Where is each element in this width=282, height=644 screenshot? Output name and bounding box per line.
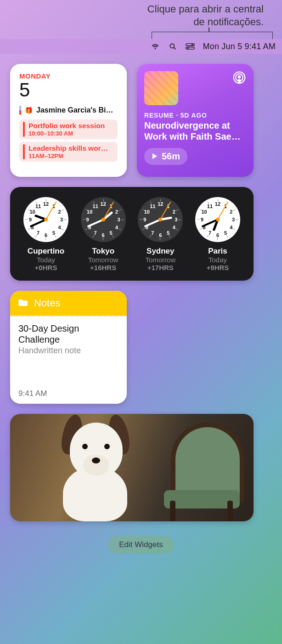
play-icon [152,151,158,162]
calendar-widget[interactable]: MONDAY 5 🎁 Jasmine Garcia's Bi… Portfoli… [10,64,127,177]
notes-widget[interactable]: Notes 30-Day Design Challenge Handwritte… [10,291,127,404]
notes-header: Notes [10,291,127,316]
calendar-event-title: Portfolio work session [28,122,105,130]
calendar-event-bar [23,144,25,159]
clock-paris: 121234567891011ParisToday+9HRS [190,197,245,271]
photos-widget[interactable] [10,414,254,521]
help-callout-line2: de notificações. [69,16,264,28]
podcast-title: Neurodivergence at Work with Faith Sae… [144,120,246,142]
clock-day: Tomorrow [145,256,175,264]
folder-icon [18,298,28,308]
help-callout: Clique para abrir a central de notificaç… [0,0,282,31]
calendar-allday-indicator [19,106,21,115]
birthday-icon: 🎁 [25,107,33,114]
clock-offset: +16HRS [90,264,116,271]
podcasts-icon [232,71,246,87]
calendar-event-title: Leadership skills wor… [28,144,108,153]
svg-point-5 [187,47,188,49]
calendar-event: Leadership skills wor… 11AM–12PM [19,142,118,162]
menubar: Mon Jun 5 9:41 AM [0,39,282,54]
menubar-datetime[interactable]: Mon Jun 5 9:41 AM [203,42,276,51]
clock-city: Sydney [147,247,174,256]
photo-dog [49,423,141,521]
calendar-day-name: MONDAY [19,72,118,80]
calendar-event-time: 10:00–10:30 AM [28,130,105,137]
calendar-event: Portfolio work session 10:00–10:30 AM [19,119,118,139]
clock-sydney: 121234567891011SydneyTomorrow+17HRS [133,197,188,271]
world-clock-widget[interactable]: 121234567891011CupertinoToday+0HRS121234… [10,187,254,281]
calendar-allday-row: 🎁 Jasmine Garcia's Bi… [19,104,118,117]
notes-header-title: Notes [34,297,60,309]
svg-line-1 [174,47,175,49]
podcasts-widget[interactable]: RESUME · 5D AGO Neurodivergence at Work … [137,64,254,177]
note-title: 30-Day Design Challenge [18,323,118,345]
clock-city: Paris [208,247,227,256]
help-callout-line1: Clique para abrir a central [69,3,264,16]
clock-cupertino: 121234567891011CupertinoToday+0HRS [18,197,73,271]
help-callout-bracket [152,32,273,39]
podcast-artwork [144,71,178,105]
svg-rect-2 [186,44,194,46]
clock-offset: +0HRS [35,264,57,271]
wifi-icon[interactable] [151,42,160,51]
clock-tokyo: 121234567891011TokyoTomorrow+16HRS [76,197,131,271]
calendar-day-number: 5 [19,80,118,100]
podcast-play-button[interactable]: 56m [144,148,187,165]
calendar-allday-title: Jasmine Garcia's Bi… [36,106,118,114]
photo-chair [157,420,244,521]
calendar-event-time: 11AM–12PM [28,153,108,159]
edit-widgets-button[interactable]: Edit Widgets [108,536,174,554]
clock-day: Today [209,256,227,264]
clock-offset: +17HRS [147,264,174,271]
svg-rect-4 [186,47,194,50]
note-time: 9:41 AM [18,389,118,398]
notification-center: MONDAY 5 🎁 Jasmine Garcia's Bi… Portfoli… [0,54,282,564]
note-subtitle: Handwritten note [18,346,118,356]
clock-offset: +9HRS [207,264,229,271]
svg-point-3 [191,44,192,45]
podcast-duration: 56m [162,151,180,162]
control-center-icon[interactable] [186,42,195,51]
svg-point-6 [238,75,241,79]
clock-city: Tokyo [92,247,114,256]
calendar-event-bar [23,122,25,137]
spotlight-icon[interactable] [168,42,177,51]
clock-day: Tomorrow [88,256,118,264]
podcast-meta: RESUME · 5D AGO [144,112,246,119]
clock-day: Today [37,256,55,264]
clock-city: Cupertino [28,247,64,256]
